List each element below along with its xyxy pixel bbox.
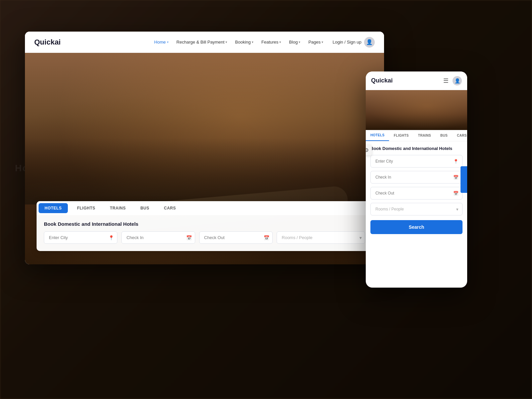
desktop-search-tabs: HOTELS FLIGHTS TRAINS BUS CARS: [37, 201, 372, 215]
desktop-nav: Quickai Home ▾ Recharge & Bill Payment ▾…: [25, 32, 384, 53]
mobile-checkout-wrap: 📅: [370, 187, 463, 200]
avatar: 👤: [364, 37, 375, 48]
location-icon: 📍: [108, 235, 114, 240]
hamburger-icon[interactable]: ☰: [443, 77, 449, 84]
calendar-icon: 📅: [453, 175, 459, 180]
nav-recharge[interactable]: Recharge & Bill Payment ▾: [173, 38, 231, 47]
nav-blog[interactable]: Blog ▾: [286, 38, 304, 47]
nav-features[interactable]: Features ▾: [258, 38, 284, 47]
chevron-down-icon: ▾: [322, 40, 323, 44]
chevron-down-icon: ▾: [456, 207, 459, 212]
mobile-tab-trains[interactable]: TRAINS: [413, 130, 436, 141]
mobile-nav: Quickai ☰ 👤: [366, 71, 467, 90]
mobile-tab-flights[interactable]: FLIGHTS: [389, 130, 413, 141]
chevron-down-icon: ▾: [279, 40, 281, 44]
tab-bus[interactable]: BUS: [133, 201, 157, 215]
calendar-icon: 📅: [264, 235, 269, 240]
checkin-field-wrap: 📅: [121, 231, 195, 244]
gear-icon[interactable]: ⚙: [366, 145, 372, 155]
mobile-tab-hotels[interactable]: HOTELS: [366, 130, 389, 141]
rooms-select[interactable]: Rooms / People 1 Room / 1 Person 2 Rooms…: [277, 231, 365, 244]
desktop-mockup: Quickai Home ▾ Recharge & Bill Payment ▾…: [25, 32, 384, 264]
city-field-wrap: 📍: [44, 231, 117, 244]
calendar-icon: 📅: [186, 235, 192, 240]
location-icon: 📍: [453, 159, 459, 164]
nav-pages[interactable]: Pages ▾: [305, 38, 327, 47]
desktop-hero: HOTELS FLIGHTS TRAINS BUS CARS Book Dome…: [25, 53, 384, 264]
mobile-rooms-select[interactable]: Rooms / People 1 Room / 1 Person 2 Rooms…: [370, 203, 463, 215]
mobile-city-wrap: 📍: [370, 155, 463, 168]
rooms-field-wrap: Rooms / People 1 Room / 1 Person 2 Rooms…: [277, 231, 365, 244]
tab-cars[interactable]: CARS: [157, 201, 183, 215]
mobile-city-input[interactable]: [370, 155, 463, 168]
mobile-checkin-input[interactable]: [370, 171, 463, 184]
checkin-input[interactable]: [121, 231, 195, 244]
calendar-icon: 📅: [453, 191, 459, 196]
search-title: Book Domestic and International Hotels: [44, 221, 365, 227]
checkout-input[interactable]: [199, 231, 273, 244]
desktop-search-panel: HOTELS FLIGHTS TRAINS BUS CARS Book Dome…: [37, 201, 372, 251]
mobile-mockup: ⚙ Quickai ☰ 👤 HOTELS FLIGHTS TRAINS BUS …: [366, 71, 467, 288]
blue-accent: [461, 166, 467, 193]
tab-hotels[interactable]: HOTELS: [39, 203, 68, 213]
mobile-search-button[interactable]: Search: [370, 220, 463, 234]
mobile-search-title: Book Domestic and International Hotels: [370, 146, 463, 151]
mobile-rooms-wrap: Rooms / People 1 Room / 1 Person 2 Rooms…: [370, 203, 463, 215]
chevron-down-icon: ▾: [167, 40, 169, 44]
tab-trains[interactable]: TRAINS: [103, 201, 133, 215]
mobile-checkout-input[interactable]: [370, 187, 463, 200]
mobile-logo: Quickai: [371, 77, 443, 84]
chevron-down-icon: ▾: [225, 40, 227, 44]
chevron-down-icon: ▾: [359, 235, 362, 240]
mobile-search-content: Book Domestic and International Hotels 📍…: [366, 141, 467, 239]
mobile-tab-cars[interactable]: CARS: [452, 130, 467, 141]
login-button[interactable]: Login / Sign up: [332, 40, 361, 45]
nav-home[interactable]: Home ▾: [151, 38, 172, 47]
desktop-logo: Quickai: [34, 38, 61, 47]
nav-right: Login / Sign up 👤: [332, 37, 375, 48]
chevron-down-icon: ▾: [252, 40, 253, 44]
city-input[interactable]: [44, 231, 117, 244]
mobile-avatar: 👤: [453, 76, 462, 85]
tab-flights[interactable]: FLIGHTS: [70, 201, 103, 215]
desktop-nav-links: Home ▾ Recharge & Bill Payment ▾ Booking…: [151, 38, 327, 47]
chevron-down-icon: ▾: [299, 40, 300, 44]
mobile-checkin-wrap: 📅: [370, 171, 463, 184]
nav-booking[interactable]: Booking ▾: [232, 38, 257, 47]
scene: Quickai Home ▾ Recharge & Bill Payment ▾…: [0, 0, 532, 399]
mobile-search-tabs: HOTELS FLIGHTS TRAINS BUS CARS: [366, 130, 467, 141]
desktop-search-form: Book Domestic and International Hotels 📍…: [37, 215, 372, 251]
checkout-field-wrap: 📅: [199, 231, 273, 244]
mobile-hero: [366, 90, 467, 130]
search-inputs-row: 📍 📅 📅 Rooms / People: [44, 231, 365, 244]
mobile-tab-bus[interactable]: BUS: [436, 130, 452, 141]
